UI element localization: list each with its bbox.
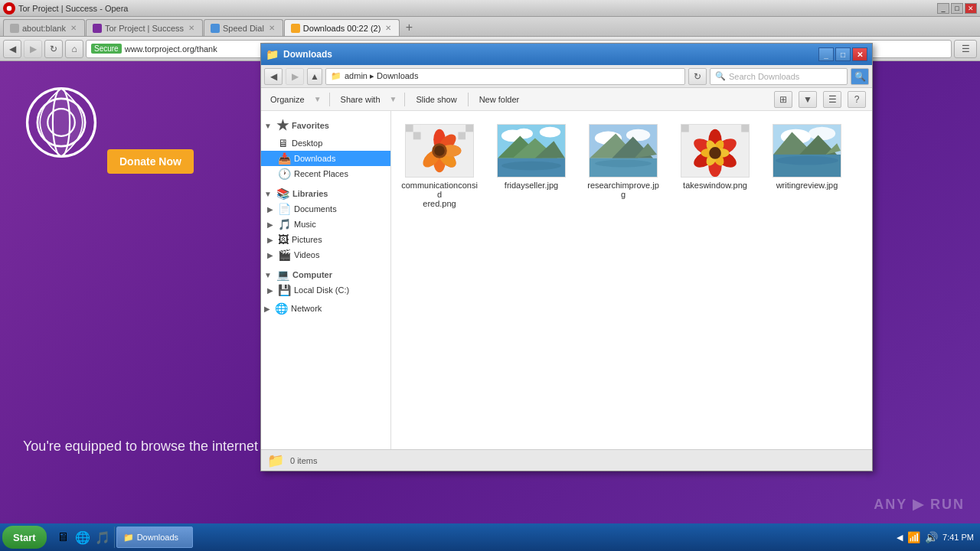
explorer-refresh-button[interactable]: ↻ — [688, 68, 707, 85]
tor-logo — [23, 84, 100, 161]
close-button[interactable]: ✕ — [965, 3, 977, 14]
share-with-button[interactable]: Share with — [338, 93, 384, 106]
docs-expand: ▶ — [267, 205, 278, 214]
volume-tray-icon[interactable]: 🔊 — [925, 531, 938, 543]
explorer-address-bar: ◀ ▶ ▲ 📁 admin ▸ Downloads ↻ 🔍 Search Dow… — [261, 65, 872, 88]
libraries-children: ▶ 📄 Documents ▶ 🎵 Music ▶ 🖼 Pictures ▶ 🎬 — [261, 201, 390, 262]
home-button[interactable]: ⌂ — [65, 40, 83, 58]
start-button[interactable]: Start — [2, 526, 47, 549]
vids-expand: ▶ — [267, 251, 278, 259]
browser-menu-button[interactable]: ☰ — [954, 40, 977, 58]
file-name-friday: fridayseller.jpg — [505, 181, 558, 190]
explorer-status-bar: 📁 0 items — [261, 449, 872, 471]
tab-tor[interactable]: Tor Project | Success ✕ — [86, 19, 203, 36]
explorer-minimize-button[interactable]: _ — [818, 47, 834, 61]
file-item-research[interactable]: researchimprove.jpg — [581, 117, 665, 215]
explorer-address[interactable]: 📁 admin ▸ Downloads — [325, 68, 685, 85]
favorites-group[interactable]: ▼ ★ Favorites — [261, 114, 390, 135]
maximize-button[interactable]: □ — [951, 3, 963, 14]
disk-expand: ▶ — [267, 286, 278, 295]
donate-button[interactable]: Donate Now — [107, 149, 194, 174]
minimize-button[interactable]: _ — [937, 3, 949, 14]
file-thumb-writing — [773, 124, 841, 178]
media-button[interactable]: 🎵 — [94, 529, 111, 546]
pics-label: Pictures — [292, 235, 322, 244]
network-label: Network — [291, 304, 322, 313]
desktop-icon: 🖥 — [278, 137, 289, 149]
docs-icon: 📄 — [278, 203, 291, 215]
svg-rect-8 — [406, 132, 413, 140]
libraries-label: Libraries — [292, 189, 328, 198]
tab-speed[interactable]: Speed Dial ✕ — [204, 19, 283, 36]
computer-group[interactable]: ▼ 💻 Computer — [261, 266, 390, 282]
new-tab-button[interactable]: + — [400, 19, 417, 36]
explorer-forward-button[interactable]: ▶ — [286, 68, 304, 85]
file-thumb-research — [589, 124, 658, 178]
ie-button[interactable]: 🌐 — [74, 529, 91, 546]
tab-blank-label: about:blank — [22, 24, 66, 33]
sidebar-item-desktop[interactable]: 🖥 Desktop — [261, 135, 390, 151]
sidebar-item-network[interactable]: ▶ 🌐 Network — [261, 301, 390, 316]
libraries-group[interactable]: ▼ 📚 Libraries — [261, 184, 390, 201]
svg-rect-41 — [681, 125, 689, 132]
explorer-back-button[interactable]: ◀ — [264, 68, 283, 85]
sidebar-item-recent[interactable]: 🕐 Recent Places — [261, 166, 390, 181]
music-icon: 🎵 — [278, 218, 291, 230]
help-button[interactable]: ? — [848, 91, 866, 108]
network-icon: 🌐 — [275, 302, 288, 315]
new-folder-button[interactable]: New folder — [476, 93, 523, 106]
explorer-up-button[interactable]: ▲ — [307, 68, 322, 85]
file-item-writing[interactable]: writingreview.jpg — [765, 117, 849, 215]
slide-show-button[interactable]: Slide show — [413, 93, 459, 106]
explorer-sidebar: ▼ ★ Favorites 🖥 Desktop 📥 Downloads 🕐 — [261, 111, 391, 469]
show-hidden-button[interactable]: ◀ — [897, 533, 903, 543]
tab-blank-close[interactable]: ✕ — [69, 24, 78, 33]
svg-point-34 — [626, 129, 650, 142]
file-item-takes[interactable]: takeswindow.png — [673, 117, 757, 215]
details-pane-button[interactable]: ☰ — [823, 91, 841, 108]
explorer-body: ▼ ★ Favorites 🖥 Desktop 📥 Downloads 🕐 — [261, 111, 872, 469]
forward-button[interactable]: ▶ — [24, 40, 42, 58]
music-label: Music — [294, 220, 316, 229]
quick-launch: 🖥 🌐 🎵 — [51, 527, 115, 548]
taskbar-items: 🖥 🌐 🎵 📁 Downloads — [49, 524, 890, 550]
sidebar-item-videos[interactable]: ▶ 🎬 Videos — [261, 247, 390, 262]
taskbar-sys-tray: ◀ 📶 🔊 7:41 PM — [890, 531, 980, 543]
svg-point-25 — [514, 129, 532, 139]
explorer-title-bar: 📁 Downloads _ □ ✕ — [261, 44, 872, 65]
file-item-communication[interactable]: communicationconsidered.png — [397, 117, 482, 215]
tor-favicon — [93, 24, 102, 33]
file-item-friday[interactable]: fridayseller.jpg — [489, 117, 573, 215]
svg-point-63 — [776, 156, 838, 165]
tab-blank[interactable]: about:blank ✕ — [3, 19, 85, 36]
tab-speed-close[interactable]: ✕ — [267, 24, 276, 33]
explorer-search-button[interactable]: 🔍 — [851, 68, 869, 85]
explorer-main-content: communicationconsidered.png — [391, 111, 872, 469]
pics-icon: 🖼 — [278, 233, 289, 246]
organize-button[interactable]: Organize — [267, 93, 308, 106]
sidebar-item-downloads[interactable]: 📥 Downloads — [261, 151, 390, 166]
tab-downloads[interactable]: Downloads 00:22 (2) ✕ — [284, 19, 400, 36]
tab-tor-close[interactable]: ✕ — [187, 24, 196, 33]
svg-point-22 — [434, 145, 445, 156]
toolbar-sep3 — [468, 93, 469, 106]
tab-downloads-close[interactable]: ✕ — [384, 24, 393, 33]
explorer-restore-button[interactable]: □ — [835, 47, 851, 61]
explorer-search-box[interactable]: 🔍 Search Downloads — [710, 68, 848, 85]
back-button[interactable]: ◀ — [3, 40, 21, 58]
explorer-close-button[interactable]: ✕ — [852, 47, 867, 61]
sidebar-item-documents[interactable]: ▶ 📄 Documents — [261, 201, 390, 217]
tab-speed-label: Speed Dial — [223, 24, 264, 33]
browser-title: Tor Project | Success - Opera — [18, 4, 937, 13]
view-button[interactable]: ⊞ — [774, 91, 792, 108]
show-desktop-button[interactable]: 🖥 — [54, 529, 71, 546]
reload-button[interactable]: ↻ — [44, 40, 63, 58]
view-dropdown-button[interactable]: ▼ — [799, 91, 817, 108]
sidebar-item-localdisk[interactable]: ▶ 💾 Local Disk (C:) — [261, 282, 390, 298]
status-folder-icon: 📁 — [267, 452, 284, 469]
sidebar-item-pictures[interactable]: ▶ 🖼 Pictures — [261, 232, 390, 247]
libraries-icon: 📚 — [276, 187, 289, 200]
svg-rect-42 — [741, 125, 749, 132]
sidebar-item-music[interactable]: ▶ 🎵 Music — [261, 217, 390, 232]
taskbar-item-downloads[interactable]: 📁 Downloads — [116, 527, 193, 548]
